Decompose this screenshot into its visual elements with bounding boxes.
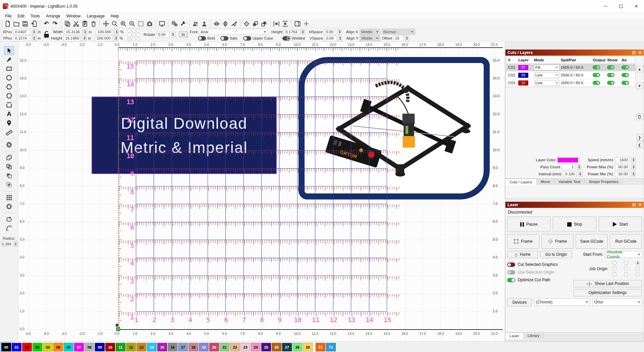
frame-selection-icon[interactable] <box>137 20 145 28</box>
palette-swatch-04[interactable]: 04 <box>43 343 53 351</box>
palette-swatch-13[interactable]: 13 <box>137 343 146 351</box>
goto-origin-button[interactable]: Go to Origin <box>540 251 572 258</box>
show-position-icon[interactable] <box>302 20 311 28</box>
vspace-spinner[interactable] <box>338 36 342 41</box>
output-toggle[interactable] <box>593 73 600 77</box>
palette-swatch-29[interactable]: 29 <box>303 343 313 351</box>
vspace-field[interactable]: 0.00 <box>324 36 336 41</box>
boolean-union-tool[interactable] <box>4 162 14 171</box>
air-toggle[interactable] <box>622 73 629 77</box>
layer-move-up-button[interactable]: ▲ <box>636 66 643 72</box>
speed-spinner[interactable] <box>631 157 636 163</box>
zoom-in-icon[interactable] <box>119 20 128 28</box>
font-height-field[interactable]: 0.1764 <box>284 29 299 35</box>
show-toggle[interactable] <box>607 65 614 69</box>
tab-move[interactable]: Move <box>537 179 554 185</box>
output-toggle[interactable] <box>593 81 600 85</box>
polygon-tool[interactable] <box>4 82 14 91</box>
redo-icon[interactable]: ↷ <box>51 20 59 28</box>
grid-array-tool[interactable] <box>4 193 14 202</box>
air-toggle[interactable] <box>622 81 629 85</box>
italic-toggle[interactable] <box>220 36 228 41</box>
mirror-icon[interactable] <box>230 20 238 28</box>
preview-icon[interactable] <box>158 20 166 28</box>
xpos-spinner[interactable] <box>32 29 37 35</box>
distribute-vertical-icon[interactable] <box>281 20 289 28</box>
flip-horizontal-icon[interactable] <box>221 20 230 28</box>
laser-panel-close-icon[interactable]: ✕ <box>638 202 642 207</box>
width-percent-field[interactable]: 100.000 <box>96 29 113 35</box>
start-from-combo[interactable]: Absolute Coords <box>605 251 642 258</box>
frame-rect-button[interactable]: Frame <box>507 234 539 249</box>
cut-icon[interactable] <box>72 20 80 28</box>
copy-icon[interactable] <box>63 20 72 28</box>
palette-swatch-23[interactable]: 23 <box>240 343 250 351</box>
palette-swatch-27[interactable]: 27 <box>282 343 292 351</box>
palette-swatch-15[interactable]: 15 <box>157 343 167 351</box>
design-canvas[interactable]: Digital Download Metric & Imperial <box>18 42 505 341</box>
layer-row[interactable]: C0310Line1600.0 / 60.0 <box>506 79 635 87</box>
device-combo[interactable]: Ortur <box>592 298 642 306</box>
panel-close-icon[interactable]: ✕ <box>638 50 642 55</box>
ypos-spinner[interactable] <box>32 36 37 41</box>
palette-swatch-08[interactable]: 08 <box>85 343 94 351</box>
menu-help[interactable]: Help <box>108 13 122 19</box>
zoom-to-page-icon[interactable] <box>110 20 119 28</box>
layer-row[interactable]: C0107Fill1600.0 / 60.0 <box>506 64 635 71</box>
rectangle-tool[interactable] <box>4 64 14 73</box>
camera-capture-icon[interactable] <box>145 20 154 28</box>
palette-swatch-02[interactable]: 02 <box>22 343 32 351</box>
edit-nodes-tool[interactable] <box>4 92 14 100</box>
height-spinner[interactable] <box>82 36 87 41</box>
radius-spinner[interactable] <box>14 241 18 247</box>
push-back-icon[interactable] <box>260 20 268 28</box>
output-toggle[interactable] <box>593 65 600 69</box>
palette-swatch-12[interactable]: 12 <box>126 343 136 351</box>
ellipse-tool[interactable] <box>4 73 14 82</box>
run-gcode-button[interactable]: Run GCode <box>610 234 642 249</box>
menu-window[interactable]: Window <box>63 13 84 19</box>
height-field[interactable]: 15.1969 <box>63 36 81 41</box>
pan-icon[interactable] <box>102 20 110 28</box>
palette-swatch-05[interactable]: 05 <box>53 343 63 351</box>
show-last-position-button[interactable]: -┼-Show Last Position <box>573 280 642 287</box>
palette-swatch-16[interactable]: 16 <box>168 343 177 351</box>
width-percent-spinner[interactable] <box>114 29 119 35</box>
delete-icon[interactable] <box>89 20 98 28</box>
push-forward-icon[interactable] <box>251 20 260 28</box>
height-percent-field[interactable]: 100.000 <box>95 36 112 41</box>
device-settings-icon[interactable] <box>179 20 187 28</box>
dock-panels-icon[interactable] <box>293 20 302 28</box>
show-toggle[interactable] <box>607 81 614 85</box>
mode-combo[interactable]: Fill <box>534 65 559 70</box>
palette-swatch-19[interactable]: 19 <box>199 343 209 351</box>
text-tool[interactable]: A <box>4 110 14 118</box>
palette-swatch-22[interactable]: 22 <box>230 343 240 351</box>
stop-button[interactable]: Stop <box>553 217 596 232</box>
zoom-out-icon[interactable] <box>128 20 137 28</box>
hspace-spinner[interactable] <box>337 29 342 35</box>
tab-laser[interactable]: Laser <box>505 333 524 339</box>
palette-swatch-09[interactable]: 09 <box>95 343 105 351</box>
choose-combo[interactable]: (Choose) <box>534 298 590 306</box>
group-icon[interactable] <box>191 20 200 28</box>
palette-swatch-00[interactable]: 00 <box>1 343 11 351</box>
offset-field[interactable]: 15 <box>393 36 404 41</box>
panel-expand-left-button[interactable]: ❮ <box>636 141 643 148</box>
layer-delete-button[interactable] <box>636 113 643 120</box>
circular-array-tool[interactable] <box>4 202 14 211</box>
welded-toggle[interactable] <box>282 36 290 41</box>
palette-swatch-17[interactable]: 17 <box>178 343 188 351</box>
rotate-shape-tool[interactable] <box>4 215 14 224</box>
use-selection-origin-toggle[interactable] <box>507 270 515 275</box>
layer-color-swatch[interactable] <box>557 158 578 163</box>
palette-swatch-03[interactable]: 03 <box>33 343 42 351</box>
palette-swatch-T2[interactable]: T2 <box>326 343 336 351</box>
move-to-position-icon[interactable] <box>242 20 251 28</box>
menu-language[interactable]: Language <box>84 13 107 19</box>
air-toggle[interactable] <box>622 65 629 69</box>
pass-count-spinner[interactable] <box>577 164 581 170</box>
new-file-icon[interactable] <box>3 20 12 28</box>
layer-move-down-button[interactable]: ▼ <box>636 82 643 89</box>
ypos-field[interactable]: 0.1574 <box>13 36 31 41</box>
